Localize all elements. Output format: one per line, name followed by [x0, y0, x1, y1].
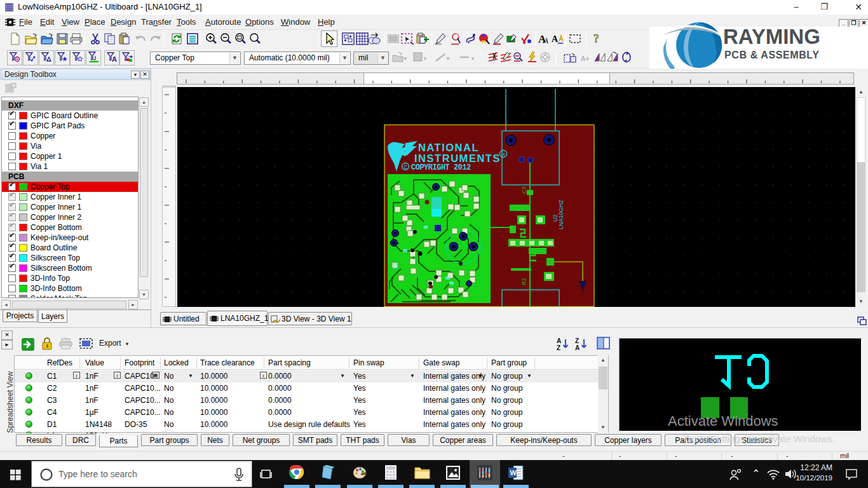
svg-text:NATIONAL: NATIONAL: [418, 142, 478, 153]
svg-text:A: A: [543, 36, 548, 45]
svg-text:LNA10GHZ: LNA10GHZ: [558, 200, 564, 229]
svg-text:?: ?: [593, 32, 599, 45]
svg-text:A: A: [112, 55, 117, 63]
svg-text:R2: R2: [521, 278, 527, 285]
svg-text:INSTRUMENTS: INSTRUMENTS: [414, 152, 499, 164]
svg-text:C3: C3: [521, 186, 527, 194]
svg-text:C2: C2: [392, 262, 398, 269]
svg-text:Z: Z: [557, 344, 560, 351]
svg-text:Z: Z: [575, 337, 579, 344]
svg-text:A: A: [557, 337, 561, 344]
svg-text:A: A: [575, 344, 580, 351]
svg-text:W: W: [510, 469, 517, 477]
svg-text:COPYRIGHT 2012: COPYRIGHT 2012: [411, 163, 471, 172]
svg-text:A: A: [552, 34, 559, 44]
svg-text:C: C: [403, 164, 408, 170]
